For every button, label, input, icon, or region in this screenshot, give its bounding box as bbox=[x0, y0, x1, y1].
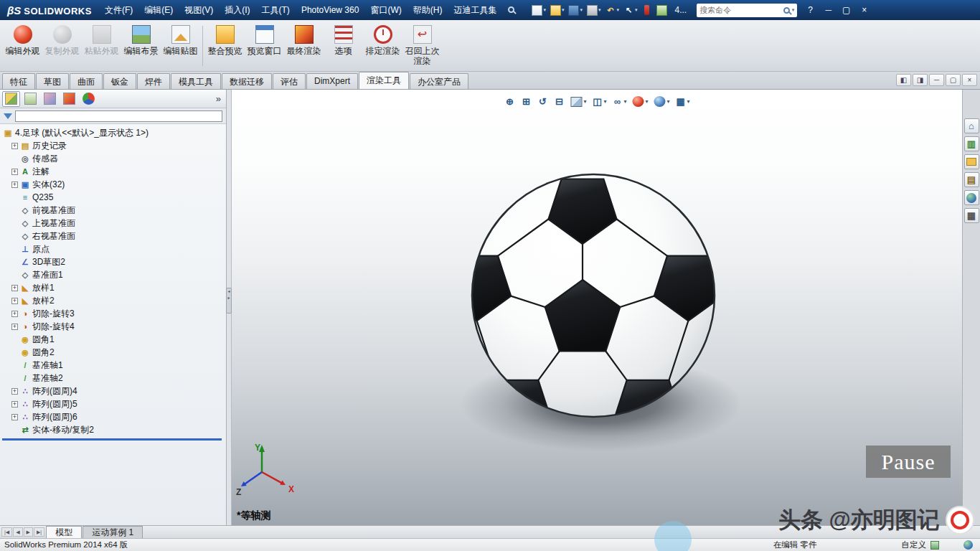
options-button[interactable]: 选项 bbox=[324, 22, 363, 70]
section-view-button[interactable]: ⊟ bbox=[552, 95, 566, 108]
tree-item[interactable]: +∴阵列(圆周)5 bbox=[0, 397, 226, 410]
tree-item[interactable]: ⊥原点 bbox=[0, 242, 226, 255]
command-tab[interactable]: 评估 bbox=[273, 73, 306, 89]
tree-item[interactable]: ⇄实体-移动/复制2 bbox=[0, 423, 226, 436]
scroll-prev-button[interactable]: ◀ bbox=[13, 527, 22, 537]
open-document-button[interactable]: ▾ bbox=[549, 4, 566, 17]
command-tab[interactable]: 办公室产品 bbox=[410, 73, 468, 89]
command-tab[interactable]: 焊件 bbox=[137, 73, 170, 89]
connection-status-icon[interactable] bbox=[963, 540, 973, 550]
tree-item[interactable]: ◎传感器 bbox=[0, 152, 226, 165]
expand-icon[interactable]: + bbox=[11, 324, 18, 330]
view-settings-button[interactable]: ▦▾ bbox=[674, 95, 692, 108]
chevron-down-icon[interactable]: ▾ bbox=[580, 7, 583, 13]
maximize-button[interactable]: ▢ bbox=[837, 3, 855, 17]
tree-item[interactable]: /基准轴2 bbox=[0, 372, 226, 385]
save-button[interactable]: ▾ bbox=[567, 4, 584, 17]
menu-item[interactable]: 文件(F) bbox=[99, 1, 138, 19]
undo-button[interactable]: ↶▾ bbox=[603, 4, 621, 17]
tree-item[interactable]: +▣实体(32) bbox=[0, 178, 226, 191]
edit-appearance-button[interactable]: ▾ bbox=[631, 95, 650, 108]
zoom-area-button[interactable]: ⊞ bbox=[519, 95, 533, 108]
custom-status[interactable]: 自定义 bbox=[902, 540, 927, 550]
chevron-down-icon[interactable]: ▾ bbox=[603, 98, 606, 105]
tree-item[interactable]: /基准轴1 bbox=[0, 359, 226, 372]
select-button[interactable]: ↖▾ bbox=[622, 4, 639, 17]
panel-splitter[interactable]: ◂▸ bbox=[227, 90, 232, 525]
command-tab[interactable]: 曲面 bbox=[70, 73, 103, 89]
tree-item[interactable]: ◉圆角2 bbox=[0, 346, 226, 359]
edit-decal-button[interactable]: 编辑贴图 bbox=[161, 22, 200, 70]
expand-icon[interactable]: + bbox=[11, 388, 18, 395]
file-explorer-button[interactable] bbox=[964, 154, 979, 169]
custom-properties-button[interactable]: ▦ bbox=[964, 208, 979, 223]
propertymanager-tab[interactable] bbox=[22, 91, 39, 107]
final-render-button[interactable]: 最终渲染 bbox=[284, 22, 324, 70]
featuremanager-tab[interactable] bbox=[2, 91, 20, 107]
tree-item[interactable]: +A注解 bbox=[0, 165, 226, 178]
chevron-down-icon[interactable]: ▾ bbox=[687, 98, 690, 105]
menu-item[interactable]: 帮助(H) bbox=[407, 1, 448, 19]
hide-show-items-button[interactable]: ∞▾ bbox=[610, 95, 628, 108]
viewport-pane-button[interactable]: ◧ bbox=[896, 74, 911, 86]
zoom-fit-button[interactable]: ⊕ bbox=[502, 95, 517, 108]
tree-item[interactable]: +∴阵列(圆周)4 bbox=[0, 385, 226, 397]
document-status-icon[interactable] bbox=[930, 541, 939, 550]
expand-icon[interactable]: + bbox=[11, 143, 18, 149]
command-tab[interactable]: 特征 bbox=[2, 73, 35, 89]
design-binder-button[interactable] bbox=[655, 4, 669, 17]
search-input[interactable] bbox=[699, 6, 781, 14]
rebuild-button[interactable] bbox=[640, 4, 654, 16]
close-doc-button[interactable]: × bbox=[962, 74, 977, 86]
tree-item[interactable]: +◑切除-旋转4 bbox=[0, 320, 226, 333]
configurationmanager-tab[interactable] bbox=[41, 91, 59, 107]
tree-item[interactable]: +◑切除-旋转3 bbox=[0, 307, 226, 320]
schedule-render-button[interactable]: 排定渲染 bbox=[363, 22, 402, 70]
scroll-first-button[interactable]: |◀ bbox=[1, 527, 12, 537]
minimize-doc-button[interactable]: ─ bbox=[929, 74, 944, 86]
scroll-next-button[interactable]: ▶ bbox=[24, 527, 33, 537]
expand-icon[interactable]: + bbox=[11, 182, 18, 188]
pause-button[interactable]: Pause bbox=[866, 446, 951, 478]
chevron-down-icon[interactable]: ▾ bbox=[543, 7, 546, 13]
expand-icon[interactable]: + bbox=[11, 169, 18, 175]
recall-render-button[interactable]: 召回上次渲染 bbox=[402, 22, 442, 70]
chevron-down-icon[interactable]: ▾ bbox=[616, 7, 619, 13]
tree-item[interactable]: +▤历史记录 bbox=[0, 139, 226, 152]
search-icon[interactable] bbox=[783, 7, 790, 14]
chevron-down-icon[interactable]: ▾ bbox=[667, 98, 670, 105]
rollback-bar[interactable] bbox=[2, 438, 222, 441]
tree-item[interactable]: +◣放样2 bbox=[0, 294, 226, 307]
expand-icon[interactable]: + bbox=[11, 298, 18, 304]
chevron-down-icon[interactable]: ▾ bbox=[792, 7, 795, 13]
menu-item[interactable]: 工具(T) bbox=[256, 1, 296, 19]
tree-item[interactable]: ≡Q235 bbox=[0, 191, 226, 204]
command-tab[interactable]: 数据迁移 bbox=[222, 73, 272, 89]
model-tab[interactable]: 模型 bbox=[46, 526, 82, 538]
display-style-button[interactable]: ◫▾ bbox=[590, 95, 608, 108]
tree-item[interactable]: +∴阵列(圆周)6 bbox=[0, 410, 226, 423]
tree-item[interactable]: +◣放样1 bbox=[0, 281, 226, 294]
expand-panel-chevron[interactable]: » bbox=[213, 93, 224, 104]
expand-icon[interactable]: + bbox=[11, 311, 18, 317]
edit-scene-button[interactable]: 编辑布景 bbox=[121, 22, 161, 70]
chevron-down-icon[interactable]: ▾ bbox=[562, 7, 565, 13]
menu-item[interactable]: 迈迪工具集 bbox=[448, 1, 502, 19]
preview-window-button[interactable]: 预览窗口 bbox=[245, 22, 284, 70]
viewport-pane2-button[interactable]: ◨ bbox=[913, 74, 928, 86]
menu-item[interactable]: 插入(I) bbox=[219, 1, 255, 19]
tree-item[interactable]: ◉圆角1 bbox=[0, 333, 226, 346]
restore-doc-button[interactable]: ▢ bbox=[946, 74, 961, 86]
dimxpertmanager-tab[interactable] bbox=[60, 91, 78, 107]
help-button[interactable]: ? bbox=[801, 3, 819, 17]
tree-item[interactable]: ▣4.足球 (默认<<默认>_显示状态 1>) bbox=[0, 126, 226, 139]
command-tab[interactable]: DimXpert bbox=[306, 73, 358, 89]
chevron-down-icon[interactable]: ▾ bbox=[583, 98, 586, 105]
scroll-last-button[interactable]: ▶| bbox=[34, 527, 44, 537]
menu-item[interactable]: 视图(V) bbox=[179, 1, 219, 19]
apply-scene-button[interactable]: ▾ bbox=[652, 95, 672, 108]
expand-icon[interactable]: + bbox=[11, 285, 18, 291]
expand-icon[interactable]: + bbox=[11, 401, 18, 408]
command-tab[interactable]: 渲染工具 bbox=[359, 72, 409, 89]
command-search-box[interactable]: ▾ bbox=[697, 4, 797, 17]
